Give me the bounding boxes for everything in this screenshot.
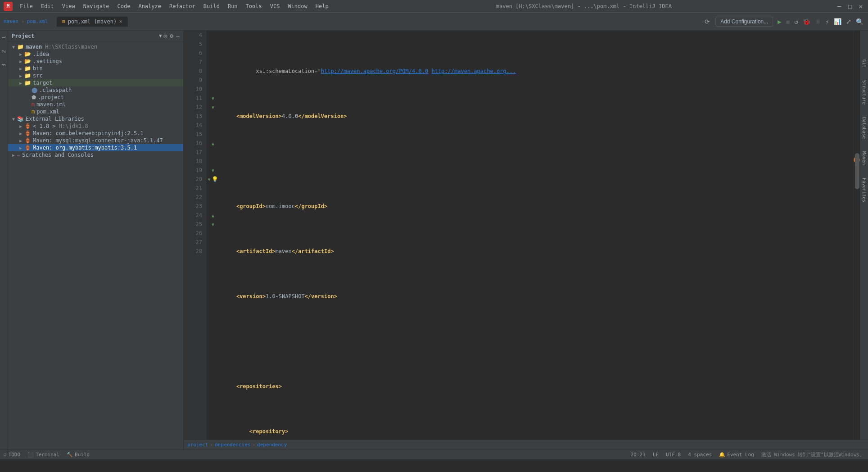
menu-view[interactable]: View — [59, 2, 79, 10]
window-title: maven [H:\SXClass\maven] - ...\pom.xml -… — [333, 3, 835, 9]
left-tool-1[interactable]: 1 — [0, 34, 8, 41]
terminal-button[interactable]: ⬛ Terminal — [27, 452, 59, 458]
menu-navigate[interactable]: Navigate — [80, 2, 113, 10]
toolbar: maven › pom.xml m pom.xml (maven) ✕ ⟳ Ad… — [0, 13, 868, 31]
code-line-4: xsi:schemaLocation="http://maven.apache.… — [223, 67, 850, 76]
tree-item-idea[interactable]: ▶ 📂 .idea — [8, 50, 183, 58]
main-layout: 1 2 3 Project ▼ ◎ ⚙ — ▼ 📁 maven H:\SXCla… — [0, 31, 868, 449]
breadcrumb-dependencies[interactable]: dependencies — [215, 442, 250, 448]
menu-analyze[interactable]: Analyze — [135, 2, 165, 10]
line-num-13: 13 — [187, 112, 202, 121]
todo-button[interactable]: ☑ TODO — [4, 452, 20, 458]
hide-sidebar-icon[interactable]: — — [176, 32, 180, 39]
search-everywhere-icon[interactable]: 🔍 — [855, 17, 864, 26]
tree-item-settings[interactable]: ▶ 📂 .settings — [8, 58, 183, 65]
line-num-21: 21 — [187, 184, 202, 193]
menu-help[interactable]: Help — [312, 2, 332, 10]
right-tool-git[interactable]: Git — [861, 58, 868, 69]
sync-icon[interactable]: ⟳ — [705, 18, 710, 25]
menu-tools[interactable]: Tools — [242, 2, 266, 10]
rerun-icon[interactable]: ↺ — [793, 17, 799, 26]
run-icon[interactable]: ▶ — [777, 17, 782, 26]
line-num-6: 6 — [187, 49, 202, 58]
debug-icon[interactable]: 🐞 — [802, 17, 811, 26]
gutter-24[interactable]: ▲ — [206, 211, 220, 220]
add-configuration-button[interactable]: Add Configuration... — [715, 17, 773, 27]
sidebar-dropdown-icon[interactable]: ▼ — [159, 33, 162, 39]
editor-breadcrumb-bar: project › dependencies › dependency — [184, 440, 868, 449]
tab-pom-xml[interactable]: m pom.xml (maven) ✕ — [57, 17, 128, 27]
tree-item-bin[interactable]: ▶ 📁 bin — [8, 65, 183, 72]
jar-icon-mybatis: 🏺 — [24, 145, 31, 151]
fullscreen-icon[interactable]: ⤢ — [845, 17, 852, 26]
maximize-button[interactable]: □ — [846, 3, 854, 10]
tree-item-project-file[interactable]: ⬟ .project — [8, 94, 183, 101]
profile-icon[interactable]: 📊 — [833, 17, 842, 26]
minimize-button[interactable]: ─ — [836, 3, 843, 10]
menu-file[interactable]: File — [16, 2, 36, 10]
gutter-19[interactable]: ▼ — [206, 166, 220, 175]
line-ending[interactable]: LF — [653, 451, 659, 458]
tab-close-button[interactable]: ✕ — [119, 18, 122, 24]
close-button[interactable]: ✕ — [857, 3, 864, 10]
vertical-scrollbar[interactable] — [854, 31, 860, 440]
line-num-19: 19 — [187, 166, 202, 175]
encoding[interactable]: UTF-8 — [666, 451, 681, 458]
tree-item-pom-xml[interactable]: m pom.xml — [8, 108, 183, 115]
menu-code[interactable]: Code — [114, 2, 134, 10]
jar-icon-jdk: 🏺 — [24, 123, 31, 129]
gutter-23 — [206, 202, 220, 211]
right-tool-favorites[interactable]: Favorites — [861, 176, 868, 204]
menu-window[interactable]: Window — [284, 2, 311, 10]
build-button[interactable]: 🔨 Build — [67, 452, 90, 458]
gutter-6 — [206, 49, 220, 58]
scrollbar-thumb[interactable] — [855, 153, 859, 189]
tree-arrow-pom-xml — [24, 109, 32, 114]
right-tool-structure[interactable]: Structure — [861, 78, 868, 106]
gutter-16[interactable]: ▲ — [206, 139, 220, 148]
gutter-11[interactable]: ▼ — [206, 94, 220, 103]
tree-item-ext-libs[interactable]: ▼ 📚 External Libraries — [8, 115, 183, 123]
tree-item-maven-mysql[interactable]: ▶ 🏺 Maven: mysql:mysql-connector-java:5.… — [8, 137, 183, 144]
coverage-icon[interactable]: ⚡ — [825, 17, 830, 26]
breadcrumb-project[interactable]: project — [187, 442, 208, 448]
left-tool-3[interactable]: 3 — [0, 62, 8, 68]
menu-refactor[interactable]: Refactor — [166, 2, 199, 10]
tree-item-maven[interactable]: ▼ 📁 maven H:\SXClass\maven — [8, 43, 183, 50]
breadcrumb-dependency[interactable]: dependency — [257, 442, 287, 448]
right-tool-maven[interactable]: Maven — [861, 150, 868, 167]
menu-run[interactable]: Run — [224, 2, 241, 10]
event-log-button[interactable]: 🔔 Event Log — [719, 451, 754, 458]
left-tool-2[interactable]: 2 — [0, 48, 8, 55]
pause-icon[interactable]: ⏸ — [814, 17, 822, 26]
ext-libs-icon: 📚 — [17, 116, 24, 122]
hint-icon-20[interactable]: 💡 — [212, 176, 218, 182]
menu-edit[interactable]: Edit — [37, 2, 58, 10]
locate-file-icon[interactable]: ◎ — [164, 32, 167, 39]
tab-bar: m pom.xml (maven) ✕ — [57, 17, 128, 27]
stop-icon[interactable]: ◼ — [785, 17, 791, 26]
tree-item-scratches[interactable]: ▶ ✏ Scratches and Consoles — [8, 151, 183, 159]
gutter-12[interactable]: ▼ — [206, 103, 220, 112]
code-line-9: <version>1.0-SNAPSHOT</version> — [223, 292, 850, 301]
gear-icon[interactable]: ⚙ — [170, 32, 173, 39]
code-editor[interactable]: xsi:schemaLocation="http://maven.apache.… — [220, 31, 854, 440]
tree-item-maven-pinyin[interactable]: ▶ 🏺 Maven: com.belerweb:pinyin4j:2.5.1 — [8, 130, 183, 137]
editor-content[interactable]: 4 5 6 7 8 9 10 11 12 13 14 15 16 17 18 1… — [184, 31, 868, 440]
todo-label: TODO — [9, 452, 21, 458]
tree-item-maven-mybatis[interactable]: ▶ 🏺 Maven: org.mybatis:mybatis:3.5.1 — [8, 144, 183, 151]
tree-item-maven-iml[interactable]: m maven.iml — [8, 101, 183, 108]
gutter-25[interactable]: ▼ — [206, 220, 220, 229]
tree-item-src[interactable]: ▶ 📁 src — [8, 72, 183, 79]
tree-item-classpath[interactable]: ⬤ .classpath — [8, 86, 183, 94]
menu-build[interactable]: Build — [200, 2, 223, 10]
fold-arrow-20[interactable]: ▼ — [208, 177, 210, 182]
indent[interactable]: 4 spaces — [688, 451, 712, 458]
tree-item-jdk18[interactable]: ▶ 🏺 < 1.8 > H:\jdk1.8 — [8, 123, 183, 130]
tree-item-target[interactable]: ▶ 📁 target — [8, 79, 183, 86]
terminal-icon: ⬛ — [27, 452, 34, 458]
cursor-position[interactable]: 20:21 — [631, 451, 646, 458]
right-tool-database[interactable]: Database — [861, 115, 868, 141]
tree-arrow-maven-iml — [24, 102, 32, 107]
menu-vcs[interactable]: VCS — [267, 2, 284, 10]
